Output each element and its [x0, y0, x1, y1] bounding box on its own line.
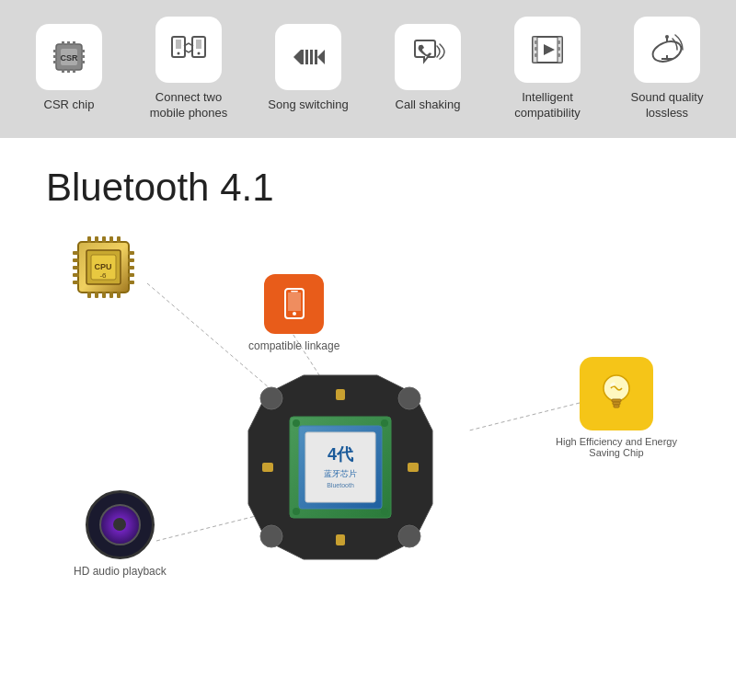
svg-rect-9: [53, 50, 57, 52]
svg-point-73: [293, 312, 296, 316]
svg-point-83: [398, 525, 420, 547]
feature-item-song-switching: Song switching: [258, 24, 359, 113]
svg-rect-25: [315, 50, 317, 64]
sound-quality-icon: [647, 29, 687, 70]
intelligent-icon-box: [514, 17, 581, 83]
feature-item-csr: CSR CSR chip: [18, 24, 120, 113]
svg-rect-32: [535, 53, 537, 57]
svg-rect-33: [558, 40, 560, 44]
svg-point-17: [178, 52, 180, 55]
svg-point-81: [398, 387, 420, 409]
bulb-svg: [592, 370, 640, 418]
main-section: Bluetooth 4.1 CPU -6: [0, 138, 736, 681]
svg-rect-78: [614, 405, 619, 407]
svg-marker-21: [293, 50, 301, 64]
svg-rect-54: [109, 236, 113, 243]
call-shaking-icon-box: [395, 24, 461, 90]
svg-rect-63: [73, 266, 79, 270]
song-switching-label: Song switching: [268, 98, 348, 113]
svg-point-39: [665, 35, 669, 39]
svg-rect-67: [128, 258, 134, 262]
svg-point-90: [293, 419, 300, 427]
svg-point-93: [381, 508, 388, 515]
cpu-icon: CPU -6: [64, 228, 143, 306]
svg-rect-96: [336, 389, 345, 400]
svg-rect-12: [81, 50, 85, 52]
central-chip-container: 4代 蓝牙芯片 Bluetooth: [166, 320, 515, 596]
svg-rect-61: [73, 251, 79, 255]
svg-rect-74: [291, 291, 298, 293]
svg-rect-7: [67, 69, 70, 73]
csr-icon: CSR: [49, 37, 89, 77]
svg-rect-51: [87, 236, 91, 243]
svg-rect-30: [535, 40, 537, 44]
svg-rect-31: [535, 47, 537, 51]
svg-rect-57: [95, 292, 98, 298]
svg-rect-53: [102, 236, 106, 243]
svg-rect-55: [117, 236, 121, 243]
svg-rect-86: [305, 432, 375, 502]
connect-two-label: Connect twomobile phones: [150, 90, 228, 121]
connect-two-icon: [168, 29, 209, 70]
svg-rect-66: [128, 251, 134, 255]
phone-svg: [276, 285, 313, 322]
sound-quality-icon-box: [634, 17, 700, 83]
svg-rect-60: [117, 292, 121, 298]
feature-item-sound-quality: Sound qualitylossless: [616, 17, 718, 121]
svg-rect-23: [305, 50, 308, 64]
svg-rect-65: [73, 281, 79, 284]
svg-text:Bluetooth: Bluetooth: [327, 482, 354, 488]
svg-marker-26: [317, 50, 325, 64]
song-switching-icon: [288, 37, 328, 77]
svg-text:CSR: CSR: [60, 53, 78, 63]
central-chip-svg: 4代 蓝牙芯片 Bluetooth: [166, 320, 515, 596]
svg-text:-6: -6: [99, 271, 107, 280]
svg-point-82: [260, 525, 282, 547]
audio-icon-box: [86, 490, 155, 559]
svg-rect-97: [336, 534, 345, 545]
feature-bar: CSR CSR chip: [0, 0, 736, 138]
svg-rect-95: [408, 463, 419, 472]
csr-label: CSR chip: [44, 98, 95, 113]
svg-rect-16: [176, 40, 181, 49]
sound-quality-label: Sound qualitylossless: [631, 90, 704, 121]
feature-item-intelligent: Intelligentcompatibility: [497, 17, 598, 121]
intelligent-icon: [527, 29, 568, 70]
svg-rect-58: [102, 292, 106, 298]
audio-icon-container: HD audio playback: [74, 490, 167, 578]
svg-rect-13: [81, 55, 85, 58]
svg-rect-14: [81, 61, 85, 63]
svg-rect-5: [73, 41, 75, 45]
svg-point-20: [198, 52, 201, 55]
svg-text:4代: 4代: [328, 445, 354, 464]
feature-item-connect-two: Connect twomobile phones: [138, 17, 239, 121]
svg-rect-24: [310, 50, 313, 64]
diagram-area: CPU -6: [46, 228, 690, 624]
svg-rect-11: [53, 61, 57, 63]
svg-rect-68: [128, 266, 134, 270]
svg-rect-6: [62, 69, 64, 73]
svg-marker-36: [544, 44, 555, 55]
connect-two-icon-box: [155, 17, 222, 83]
svg-rect-70: [128, 281, 134, 284]
svg-rect-19: [196, 40, 201, 49]
svg-rect-59: [109, 292, 113, 298]
feature-item-call-shaking: Call shaking: [377, 24, 478, 113]
bluetooth-title: Bluetooth 4.1: [46, 166, 690, 210]
svg-point-92: [293, 508, 300, 515]
audio-center: [113, 518, 126, 531]
energy-label: High Efficiency and Energy Saving Chip: [543, 436, 690, 458]
svg-rect-4: [67, 41, 70, 45]
svg-rect-10: [53, 55, 57, 58]
cpu-icon-container: CPU -6: [64, 228, 143, 306]
svg-text:蓝牙芯片: 蓝牙芯片: [324, 469, 357, 478]
svg-rect-34: [558, 47, 560, 51]
intelligent-label: Intelligentcompatibility: [514, 90, 581, 121]
svg-rect-62: [73, 258, 79, 262]
bulb-icon-container: High Efficiency and Energy Saving Chip: [543, 357, 690, 458]
call-shaking-icon: [408, 37, 448, 77]
svg-rect-8: [73, 69, 75, 73]
svg-text:CPU: CPU: [94, 262, 111, 271]
svg-rect-94: [262, 463, 273, 472]
svg-rect-64: [73, 273, 79, 277]
